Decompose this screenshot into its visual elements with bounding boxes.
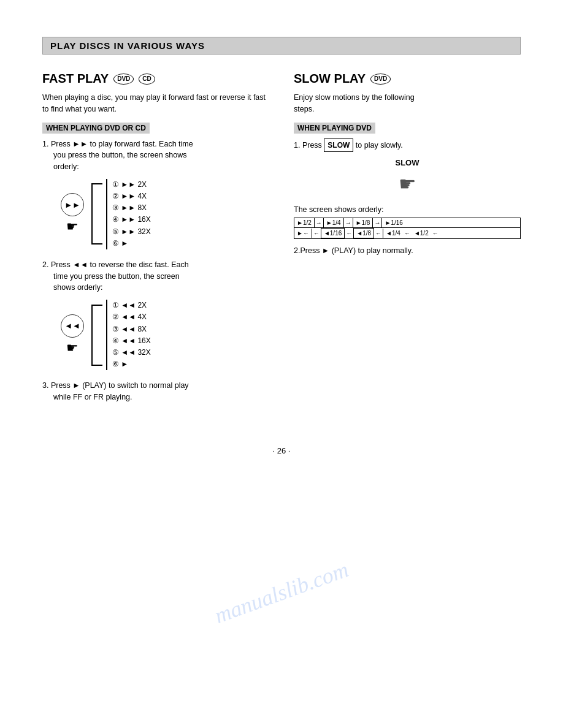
slow-play-step1-text: 1. Press SLOW to play slowly. (294, 138, 521, 152)
slow-play-step2-text: 2.Press ► (PLAY) to play normally. (294, 245, 521, 257)
seq-item-r2-4: ◄1/4 (383, 229, 403, 238)
ff-item-5: ⑤ ►► 32X (112, 226, 151, 238)
fast-play-step1-line2: you press the button, the screen shows (53, 150, 269, 161)
seq-row-2: ►← ← ◄1/16 ← ◄1/8 ← ◄1/4 ← ◄1/2 ← (294, 227, 521, 239)
slow-sequence-diagram: ►1/2 → ►1/4 → ►1/8 → ►1/16 ►← ← ◄1/16 ← (294, 218, 521, 239)
slow-screen-shows: The screen shows orderly: (294, 205, 521, 214)
ff-item-3: ③ ►► 8X (112, 202, 151, 214)
ff-item-1: ① ►► 2X (112, 179, 151, 191)
fr-hand-icon: ☛ (66, 340, 79, 356)
fr-item-5: ⑤ ◄◄ 32X (112, 347, 151, 358)
seq-item-r1-1: ►1/2 (294, 218, 315, 227)
slow-play-description: Enjoy slow motions by the following step… (294, 92, 521, 115)
seq-item-r1-4: ►1/16 (381, 218, 405, 227)
fast-play-step2-line2: time you press the button, the screen (53, 271, 269, 282)
ff-bracket-list: ① ►► 2X ② ►► 4X ③ ►► 8X ④ ►► 16X ⑤ ►► 32… (106, 179, 151, 249)
seq-row-1: ►1/2 → ►1/4 → ►1/8 → ►1/16 (294, 218, 521, 227)
slow-hand-icon: ☛ (399, 172, 416, 195)
seq-item-r2-3: ◄1/8 (353, 228, 374, 238)
seq-arrow-6: ← (374, 229, 383, 238)
fast-play-step3: 3. Press ► (PLAY) to switch to normal pl… (42, 380, 269, 403)
slow-play-step1: 1. Press SLOW to play slowly. SLOW ☛ The… (294, 138, 521, 239)
fast-play-step2: 2. Press ◄◄ to reverse the disc fast. Ea… (42, 259, 269, 370)
slow-play-step1-prefix: 1. Press (294, 141, 322, 150)
page-number: · 26 · (42, 446, 521, 455)
slow-play-desc-line2: steps. (294, 104, 521, 115)
slow-play-sub-heading: WHEN PLAYING DVD (294, 123, 375, 134)
seq-arrow-5: ← (345, 229, 353, 238)
watermark: manualslib.com (211, 556, 352, 629)
slow-play-title-row: SLOW PLAY DVD (294, 72, 521, 86)
fast-play-sub-heading: WHEN PLAYING DVD OR CD (42, 123, 150, 134)
fast-play-section: FAST PLAY DVD CD When playing a disc, yo… (42, 72, 269, 409)
seq-arrow-2: → (344, 218, 353, 227)
slow-button-label: SLOW (324, 138, 353, 152)
seq-arrow-3: → (373, 218, 381, 227)
slow-play-step2: 2.Press ► (PLAY) to play normally. (294, 245, 521, 257)
page-container: PLAY DISCS IN VARIOUS WAYS FAST PLAY DVD… (42, 0, 521, 728)
ff-hand-icon: ☛ (66, 219, 79, 235)
page-title: PLAY DISCS IN VARIOUS WAYS (50, 40, 205, 51)
seq-item-r1-3: ►1/8 (353, 218, 373, 227)
slow-play-section: SLOW PLAY DVD Enjoy slow motions by the … (288, 72, 521, 409)
fr-item-4: ④ ◄◄ 16X (112, 335, 151, 347)
fr-item-6: ⑥ ► (112, 358, 151, 370)
fr-diagram: ◄◄ ☛ ① ◄◄ 2X ② ◄◄ 4X ③ ◄◄ 8X ④ ◄◄ 16X ⑤ … (61, 300, 269, 370)
fr-item-1: ① ◄◄ 2X (112, 300, 151, 311)
fast-play-step1: 1. Press ►► to play forward fast. Each t… (42, 138, 269, 249)
slow-label: SLOW (396, 158, 419, 167)
seq-arrow-1: → (315, 218, 323, 227)
fast-play-title-row: FAST PLAY DVD CD (42, 72, 269, 86)
ff-button-icon: ►► (61, 193, 84, 216)
fast-play-step2-line1: 2. Press ◄◄ to reverse the disc fast. Ea… (42, 259, 269, 271)
fast-play-step2-line3: shows orderly: (53, 282, 269, 294)
slow-play-title: SLOW PLAY (294, 72, 366, 86)
ff-item-6: ⑥ ► (112, 238, 151, 249)
fr-bracket-list: ① ◄◄ 2X ② ◄◄ 4X ③ ◄◄ 8X ④ ◄◄ 16X ⑤ ◄◄ 32… (106, 300, 151, 370)
fr-button-icon: ◄◄ (61, 314, 84, 338)
seq-item-r2-5: ◄1/2 (412, 229, 431, 238)
seq-item-r2-2: ◄1/16 (321, 228, 345, 238)
slow-play-dvd-badge: DVD (370, 74, 391, 85)
slow-play-step1-suffix: to play slowly. (356, 141, 403, 150)
fast-play-cd-badge: CD (139, 74, 155, 85)
seq-item-r2-1: ►← (294, 229, 312, 238)
ff-diagram: ►► ☛ ① ►► 2X ② ►► 4X ③ ►► 8X ④ ►► 16X ⑤ … (61, 179, 269, 249)
fast-play-step3-line2: while FF or FR playing. (53, 392, 269, 403)
fast-play-description: When playing a disc, you may play it for… (42, 92, 269, 115)
fast-play-step3-line1: 3. Press ► (PLAY) to switch to normal pl… (42, 380, 269, 392)
fr-item-3: ③ ◄◄ 8X (112, 324, 151, 335)
fr-item-2: ② ◄◄ 4X (112, 311, 151, 323)
fast-play-step1-line3: orderly: (53, 161, 269, 173)
two-column-layout: FAST PLAY DVD CD When playing a disc, yo… (42, 72, 521, 409)
ff-item-4: ④ ►► 16X (112, 214, 151, 226)
fast-play-dvd-badge: DVD (113, 74, 134, 85)
slow-diagram: SLOW ☛ (294, 158, 521, 195)
seq-arrow-7: ← (403, 229, 412, 238)
slow-play-desc-line1: Enjoy slow motions by the following (294, 92, 521, 104)
ff-item-2: ② ►► 4X (112, 191, 151, 202)
seq-arrow-4: ← (312, 229, 321, 238)
seq-arrow-8: ← (431, 229, 440, 238)
page-header-banner: PLAY DISCS IN VARIOUS WAYS (42, 37, 521, 55)
seq-item-r1-2: ►1/4 (323, 218, 344, 227)
fast-play-step1-line1: 1. Press ►► to play forward fast. Each t… (42, 138, 269, 150)
fast-play-title: FAST PLAY (42, 72, 109, 86)
